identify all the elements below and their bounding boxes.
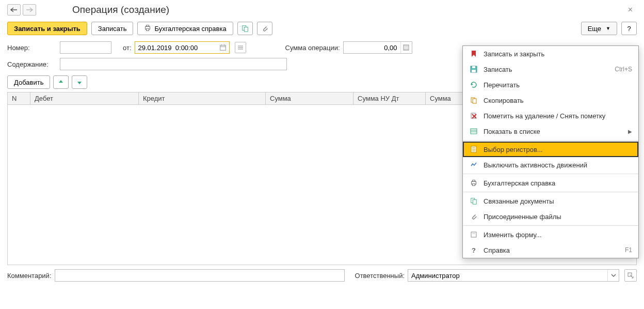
mark-delete-icon [469,111,478,120]
menu-item-label: Перечитать [484,81,520,89]
menu-copy[interactable]: Скопировать [463,92,638,108]
date-label: от: [123,44,132,52]
related-docs-button[interactable] [237,22,253,35]
menu-select-registers[interactable]: Выбор регистров... [463,142,638,157]
menu-related-docs[interactable]: Связанные документы [463,193,638,209]
attach-icon [469,212,478,221]
sum-field-wrap [343,41,412,54]
col-debit[interactable]: Дебет [30,92,139,105]
chevron-down-icon: ▼ [606,26,610,31]
svg-rect-38 [473,199,476,204]
menu-shortcut: Ctrl+S [615,66,632,73]
dropdown-toggle-icon[interactable] [607,270,619,281]
attach-button[interactable] [257,22,272,35]
menu-save[interactable]: Записать Ctrl+S [463,61,638,77]
menu-item-label: Показать в списке [484,128,540,135]
nav-back-button[interactable] [7,4,21,16]
svg-rect-23 [472,70,476,72]
move-down-button[interactable] [72,75,87,89]
menu-reread[interactable]: Перечитать [463,77,638,92]
menu-item-label: Записать и закрыть [484,50,544,58]
bookmark-icon [469,49,478,58]
activity-icon [469,160,478,169]
move-up-button[interactable] [53,75,69,89]
add-row-button[interactable]: Добавить [7,75,50,89]
disk-icon [469,65,478,74]
menu-item-label: Справка [484,246,510,254]
menu-print-reference[interactable]: Бухгалтерская справка [463,175,638,191]
responsible-dropdown [408,269,619,282]
svg-point-14 [405,48,405,48]
refresh-icon [469,80,478,89]
submenu-arrow-icon: ▶ [628,129,632,134]
svg-rect-22 [472,66,475,68]
menu-show-in-list[interactable]: Показать в списке ▶ [463,123,638,139]
menu-item-label: Пометить на удаление / Снять пометку [484,112,605,120]
comment-input[interactable] [55,269,345,282]
menu-mark-delete[interactable]: Пометить на удаление / Снять пометку [463,108,638,123]
registers-icon [469,145,478,154]
menu-save-close[interactable]: Записать и закрыть [463,46,638,61]
svg-rect-1 [147,25,149,26]
calculator-icon[interactable] [400,42,412,53]
more-label: Еще [588,25,601,33]
number-input[interactable] [60,41,111,54]
svg-rect-2 [147,28,149,30]
content-input[interactable] [60,58,287,70]
printer-icon [144,24,151,33]
close-button[interactable]: × [624,5,637,14]
svg-rect-4 [244,27,248,32]
menu-item-label: Изменить форму... [484,231,542,239]
page-title: Операция (создание) [72,4,169,16]
related-docs-icon [469,196,478,206]
save-button[interactable]: Записать [91,22,134,35]
menu-separator [463,192,638,192]
menu-separator [463,174,638,174]
svg-point-19 [407,49,408,50]
more-button[interactable]: Еще ▼ [581,22,617,35]
sum-input[interactable] [344,42,400,53]
menu-change-form[interactable]: Изменить форму... [463,227,638,242]
save-and-close-button[interactable]: Записать и закрыть [7,22,87,35]
print-reference-label: Бухгалтерская справка [154,25,226,33]
content-label: Содержание: [7,60,57,68]
svg-rect-40 [472,233,475,234]
nav-forward-button[interactable] [23,4,36,16]
help-button[interactable]: ? [621,22,637,35]
menu-shortcut: F1 [625,246,632,254]
list-icon [469,127,478,136]
date-list-button[interactable] [235,42,246,53]
svg-rect-39 [471,232,476,237]
menu-separator [463,225,638,226]
menu-item-label: Связанные документы [484,197,554,205]
menu-item-label: Бухгалтерская справка [484,179,555,187]
menu-item-label: Записать [484,66,512,73]
svg-point-16 [407,48,408,48]
col-sum-nu-dt[interactable]: Сумма НУ Дт [353,92,426,105]
menu-disable-activity[interactable]: Выключить активность движений [463,157,638,173]
help-icon: ? [469,245,478,255]
copy-icon [469,96,478,105]
menu-help[interactable]: ? Справка F1 [463,242,638,258]
col-n[interactable]: N [8,92,30,105]
open-reference-button[interactable] [624,269,637,282]
svg-rect-25 [473,99,476,103]
comment-label: Комментарий: [7,272,52,280]
printer-icon [469,178,478,188]
menu-separator [463,140,638,141]
calendar-icon[interactable] [218,42,228,53]
col-sum[interactable]: Сумма [266,92,353,105]
print-reference-button[interactable]: Бухгалтерская справка [137,22,233,35]
menu-item-label: Выбор регистров... [484,146,543,153]
svg-point-18 [406,49,406,50]
svg-rect-13 [404,45,408,47]
menu-item-label: Присоединенные файлы [484,213,561,221]
responsible-input[interactable] [408,270,607,281]
col-credit[interactable]: Кредит [139,92,266,105]
menu-item-label: Выключить активность движений [484,161,587,169]
responsible-label: Ответственный: [355,272,405,280]
date-input[interactable] [135,42,218,53]
sum-label: Сумма операции: [285,44,340,52]
menu-item-label: Скопировать [484,97,524,104]
menu-attached-files[interactable]: Присоединенные файлы [463,209,638,224]
